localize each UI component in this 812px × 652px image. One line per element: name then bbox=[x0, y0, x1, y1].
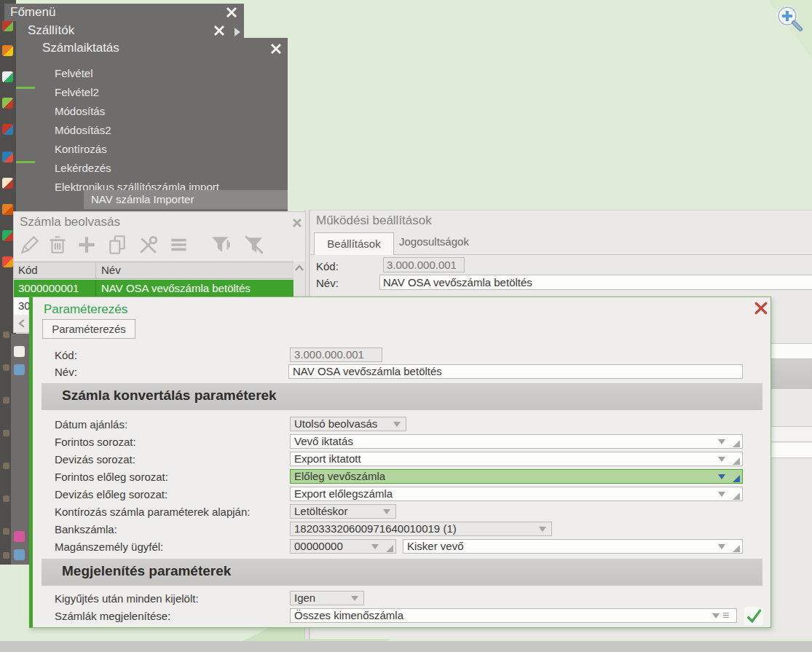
panel-title: Működési beállítások bbox=[316, 213, 432, 228]
section-header-label: Megjelenítés paraméterek bbox=[62, 563, 231, 579]
chevron-down-icon[interactable] bbox=[371, 544, 379, 549]
confirm-check-button[interactable] bbox=[744, 607, 763, 625]
chevron-down-icon[interactable] bbox=[718, 439, 725, 444]
app-icon[interactable] bbox=[3, 463, 9, 469]
palette-icon[interactable] bbox=[2, 256, 13, 267]
tab-beallitasok[interactable]: Beállítások bbox=[314, 232, 394, 255]
close-icon[interactable] bbox=[225, 6, 238, 19]
nev-field[interactable]: NAV OSA vevőszámla betöltés bbox=[288, 364, 743, 379]
menu-item[interactable]: Módosítás2 bbox=[55, 121, 111, 140]
field-label: Kigyűjtés után minden kijelölt: bbox=[55, 592, 199, 605]
chevron-down-icon[interactable] bbox=[718, 544, 725, 549]
menu-item[interactable]: Módosítás bbox=[55, 102, 105, 121]
menu-item[interactable]: Kontírozás bbox=[55, 140, 107, 159]
combo-field[interactable]: Export iktatott bbox=[290, 452, 743, 466]
dropdown-field[interactable]: 182033320600971640010019 (1) bbox=[290, 522, 552, 536]
field-label: Számlák megjelenítése: bbox=[55, 610, 170, 622]
section-header-label: Számla konvertálás paraméterek bbox=[62, 388, 277, 404]
delete-icon[interactable] bbox=[46, 234, 69, 256]
column-header-kod[interactable]: Kód bbox=[18, 264, 38, 276]
dropdown-field[interactable]: Utolsó beolvasás bbox=[290, 417, 406, 431]
mail-icon[interactable] bbox=[2, 178, 13, 189]
nev-field[interactable]: NAV OSA vevőszámla betöltés bbox=[379, 275, 812, 290]
window-szamlaiktatas: Számlaiktatás FelvételFelvétel2Módosítás… bbox=[35, 38, 288, 211]
window-title: Főmenü bbox=[10, 5, 55, 20]
close-icon[interactable] bbox=[291, 216, 304, 229]
filter-clear-icon[interactable] bbox=[243, 234, 266, 256]
section-header: Megjelenítés paraméterek bbox=[42, 559, 762, 586]
window-title: Szállítók bbox=[28, 23, 74, 38]
tab-jogosultsagok[interactable]: Jogosultságok bbox=[399, 235, 469, 248]
window-title: Számla beolvasás bbox=[20, 215, 120, 229]
check-icon bbox=[744, 607, 763, 625]
close-icon[interactable] bbox=[754, 301, 768, 315]
table-header[interactable]: Kód Név bbox=[14, 262, 293, 279]
gears-icon bbox=[14, 364, 25, 375]
menu-icon[interactable] bbox=[167, 234, 190, 256]
app-icon[interactable] bbox=[3, 495, 9, 502]
corner-expand-icon[interactable] bbox=[733, 545, 740, 552]
cart-icon[interactable] bbox=[2, 45, 13, 56]
column-header-nev[interactable]: Név bbox=[101, 264, 121, 276]
corner-expand-icon[interactable] bbox=[386, 545, 393, 552]
chevron-down-icon[interactable] bbox=[539, 527, 546, 532]
chevron-down-icon[interactable] bbox=[351, 596, 358, 601]
edit-icon[interactable] bbox=[18, 234, 42, 256]
dropdown-field[interactable]: Letöltéskor bbox=[290, 504, 396, 519]
folder-icon[interactable] bbox=[2, 204, 13, 215]
menu-item-highlighted[interactable]: NAV számla Importer bbox=[84, 190, 288, 209]
chevron-down-icon[interactable] bbox=[718, 492, 725, 497]
desktop: Főmenü Szállítók Számlaiktatás FelvételF… bbox=[0, 0, 812, 652]
combo-field[interactable]: Vevő iktatás bbox=[290, 434, 743, 449]
book-icon[interactable] bbox=[2, 124, 13, 135]
menu-item[interactable]: Lekérdezés bbox=[55, 159, 111, 178]
box-icon[interactable] bbox=[2, 152, 13, 162]
zoom-in-icon[interactable] bbox=[774, 4, 806, 36]
filter-icon[interactable] bbox=[209, 234, 232, 256]
basket-icon[interactable] bbox=[2, 20, 13, 31]
document-sync-icon[interactable] bbox=[2, 71, 13, 82]
app-icon[interactable] bbox=[3, 430, 9, 436]
chart-icon[interactable] bbox=[2, 230, 13, 241]
corner-expand-icon[interactable] bbox=[733, 440, 740, 447]
tools-icon[interactable] bbox=[136, 234, 159, 256]
field-label: Magánszemély ügyfél: bbox=[55, 541, 163, 553]
field-label: Kód: bbox=[316, 260, 339, 272]
combo-field[interactable]: Előleg vevőszámla bbox=[290, 469, 743, 484]
chevron-down-icon[interactable] bbox=[712, 613, 720, 618]
close-icon[interactable] bbox=[269, 42, 283, 55]
corner-expand-icon[interactable] bbox=[733, 457, 740, 465]
name-combo-field[interactable]: Kisker vevő bbox=[403, 539, 743, 554]
kod-field: 3.000.000.001 bbox=[290, 347, 382, 362]
combo-field[interactable]: Összes kimenőszámla bbox=[290, 608, 737, 623]
chevron-down-icon[interactable] bbox=[718, 474, 725, 479]
chevron-down-icon[interactable] bbox=[393, 422, 401, 427]
menu-item[interactable]: Felvétel bbox=[55, 64, 93, 83]
app-icon[interactable] bbox=[3, 397, 9, 404]
scroll-left-icon[interactable] bbox=[17, 318, 28, 329]
food-icon[interactable] bbox=[2, 98, 13, 109]
chevron-down-icon[interactable] bbox=[383, 509, 390, 514]
close-icon[interactable] bbox=[213, 24, 226, 37]
window-szallitok-titlebar[interactable]: Szállítók bbox=[20, 22, 232, 39]
menu-item[interactable]: Felvétel2 bbox=[55, 83, 99, 102]
code-dropdown-field[interactable]: 00000000 bbox=[290, 539, 396, 554]
dice-icon bbox=[14, 531, 25, 542]
add-icon[interactable] bbox=[75, 234, 98, 256]
table-row[interactable]: 3000000001NAV OSA vevőszámla betöltés bbox=[14, 280, 293, 297]
field-label: Devizás sorozat: bbox=[55, 453, 135, 466]
tab-parameterezes[interactable]: Paraméterezés bbox=[42, 319, 135, 339]
corner-expand-icon[interactable] bbox=[733, 492, 740, 500]
app-icon[interactable] bbox=[3, 364, 9, 371]
chevron-down-icon[interactable] bbox=[718, 457, 725, 462]
copy-icon[interactable] bbox=[106, 234, 129, 256]
combo-field[interactable]: Export előlegszámla bbox=[290, 487, 743, 501]
window-fomenu-titlebar[interactable]: Főmenü bbox=[4, 4, 244, 21]
corner-expand-icon[interactable] bbox=[733, 475, 740, 482]
scroll-up-icon[interactable] bbox=[293, 263, 305, 275]
app-icon[interactable] bbox=[3, 528, 9, 535]
field-label: Forintos előleg sorozat: bbox=[55, 471, 168, 483]
app-icon[interactable] bbox=[3, 552, 9, 559]
list-icon[interactable]: ≡ bbox=[722, 610, 729, 621]
app-icon[interactable] bbox=[3, 331, 9, 338]
